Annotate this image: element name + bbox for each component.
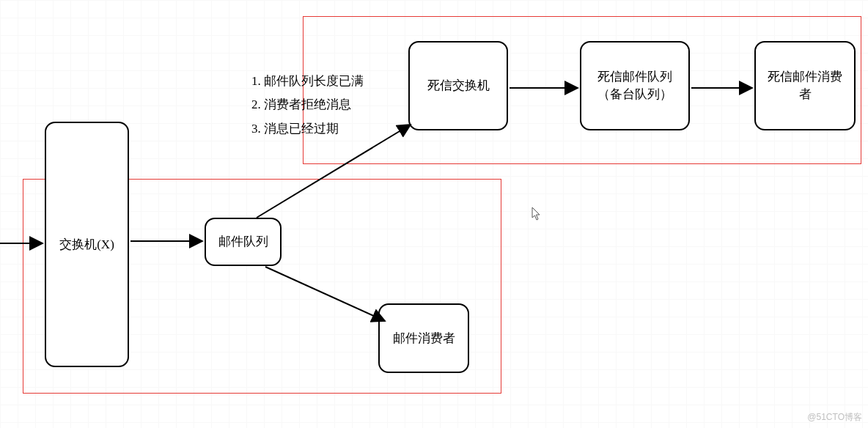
- node-label: 死信交换机: [427, 77, 490, 95]
- node-label: 交换机(X): [59, 236, 114, 254]
- node-mail-queue: 邮件队列: [205, 218, 282, 266]
- annotation-line: 3. 消息已经过期: [251, 117, 364, 141]
- annotation-line: 2. 消费者拒绝消息: [251, 93, 364, 117]
- watermark: @51CTO博客: [807, 411, 862, 424]
- watermark-text: @51CTO博客: [807, 412, 862, 422]
- annotation-conditions: 1. 邮件队列长度已满 2. 消费者拒绝消息 3. 消息已经过期: [251, 70, 364, 141]
- node-label: 死信邮件消费 者: [768, 68, 842, 103]
- node-exchange-x: 交换机(X): [45, 122, 129, 367]
- cursor-icon: [532, 207, 542, 221]
- node-dead-letter-exchange: 死信交换机: [408, 41, 508, 130]
- node-mail-consumer: 邮件消费者: [378, 303, 469, 373]
- node-dead-letter-queue: 死信邮件队列 （备台队列）: [580, 41, 690, 130]
- node-label: 死信邮件队列 （备台队列）: [597, 68, 672, 103]
- node-label: 邮件队列: [218, 233, 268, 251]
- node-dead-letter-consumer: 死信邮件消费 者: [754, 41, 856, 130]
- annotation-line: 1. 邮件队列长度已满: [251, 70, 364, 93]
- node-label: 邮件消费者: [393, 330, 455, 347]
